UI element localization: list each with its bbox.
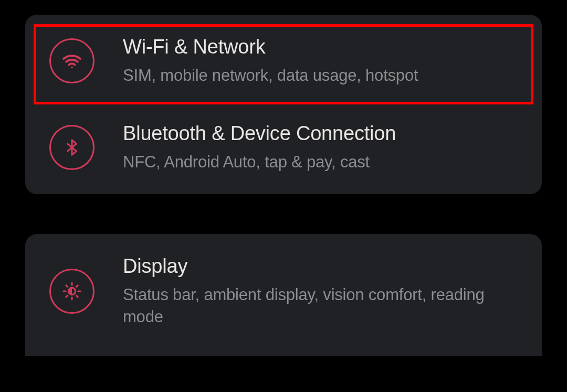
settings-text: Bluetooth & Device Connection NFC, Andro… xyxy=(123,122,396,173)
settings-card-display: Display Status bar, ambient display, vis… xyxy=(25,234,542,356)
bluetooth-icon xyxy=(63,139,81,156)
settings-text: Wi-Fi & Network SIM, mobile network, dat… xyxy=(123,36,418,87)
card-gap xyxy=(25,194,542,234)
settings-item-bluetooth[interactable]: Bluetooth & Device Connection NFC, Andro… xyxy=(25,104,542,191)
settings-text: Display Status bar, ambient display, vis… xyxy=(123,255,526,328)
settings-title-wifi: Wi-Fi & Network xyxy=(123,36,418,58)
svg-line-9 xyxy=(76,285,78,287)
brightness-icon xyxy=(62,281,82,301)
svg-point-0 xyxy=(71,67,73,69)
settings-card-network: Wi-Fi & Network SIM, mobile network, dat… xyxy=(25,15,542,194)
icon-circle xyxy=(49,38,94,83)
settings-title-display: Display xyxy=(123,255,526,278)
settings-item-wifi-network[interactable]: Wi-Fi & Network SIM, mobile network, dat… xyxy=(25,18,542,104)
settings-list: Wi-Fi & Network SIM, mobile network, dat… xyxy=(0,0,567,356)
settings-subtitle-wifi: SIM, mobile network, data usage, hotspot xyxy=(123,65,418,87)
wifi-icon xyxy=(61,50,82,71)
svg-line-4 xyxy=(66,285,68,287)
settings-subtitle-bluetooth: NFC, Android Auto, tap & pay, cast xyxy=(123,151,396,173)
settings-item-display[interactable]: Display Status bar, ambient display, vis… xyxy=(25,237,542,346)
settings-title-bluetooth: Bluetooth & Device Connection xyxy=(123,122,396,145)
svg-line-8 xyxy=(66,295,68,297)
settings-subtitle-display: Status bar, ambient display, vision comf… xyxy=(123,284,526,328)
icon-circle xyxy=(49,269,94,314)
svg-line-5 xyxy=(76,295,78,297)
icon-circle xyxy=(49,125,94,170)
